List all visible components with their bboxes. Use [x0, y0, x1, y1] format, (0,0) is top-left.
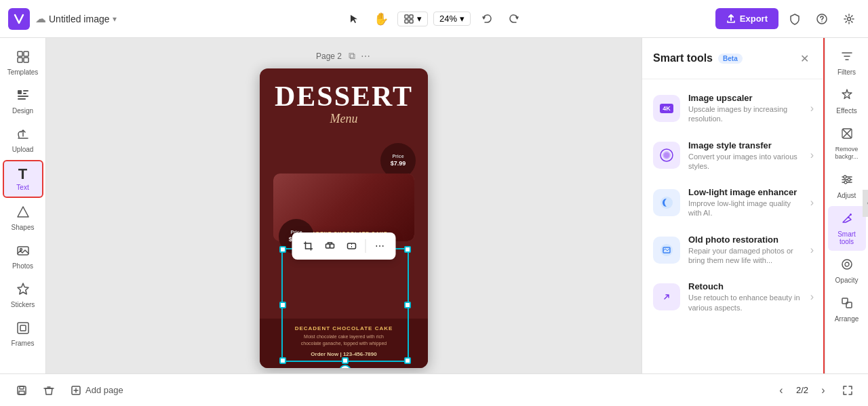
doc-title-area[interactable]: ☁ Untitled image ▾ [35, 12, 117, 25]
prev-page-button[interactable]: ‹ [772, 381, 791, 400]
smart-tools-panel: Smart tools Beta ✕ 4K Image upscaler Ups… [642, 38, 825, 373]
delete-button[interactable] [38, 380, 60, 401]
rs-item-smart-tools[interactable]: Smart tools [828, 206, 866, 251]
smart-tools-title: Smart tools [653, 52, 713, 64]
rs-item-adjust[interactable]: Adjust [828, 167, 866, 205]
image-upscaler-arrow: › [810, 102, 814, 115]
tool-item-image-upscaler[interactable]: 4K Image upscaler Upscale images by incr… [642, 85, 825, 132]
retouch-name: Retouch [688, 281, 802, 291]
export-button[interactable]: Export [715, 8, 778, 29]
sidebar-collapse[interactable]: ‹ [863, 190, 868, 217]
tool-item-retouch[interactable]: Retouch Use retouch to enhance beauty in… [642, 273, 825, 321]
shield-button[interactable] [784, 8, 806, 30]
photo-restoration-name: Old photo restoration [688, 235, 802, 245]
page-label-row: Page 2 ⧉ ⋯ [316, 49, 372, 63]
smart-tools-sidebar-label: Smart tools [831, 230, 863, 245]
photo-restoration-desc: Repair your damaged photos or bring them… [688, 246, 802, 266]
remove-bg-label: Remove backgr... [831, 146, 863, 161]
page-actions: ⧉ ⋯ [347, 49, 372, 63]
zoom-chevron-icon: ▾ [460, 14, 465, 24]
handle-ml[interactable] [279, 302, 286, 308]
svg-rect-39 [20, 386, 24, 389]
sidebar-item-stickers[interactable]: Stickers [3, 277, 43, 314]
page-copy-button[interactable]: ⧉ [347, 49, 357, 63]
svg-rect-18 [18, 323, 28, 333]
sidebar-item-shapes[interactable]: Shapes [3, 199, 43, 237]
rs-item-arrange[interactable]: Arrange [828, 291, 866, 328]
logo-button[interactable] [8, 8, 30, 30]
flip-button[interactable] [342, 237, 361, 256]
cake-desc: Moist chocolate cake layered with richch… [271, 333, 417, 347]
text-icon: T [18, 167, 27, 182]
doc-cloud-icon: ☁ [35, 12, 46, 25]
design-icon [16, 88, 31, 105]
toolbar-divider [366, 239, 366, 253]
rs-item-effects[interactable]: Effects [828, 83, 866, 120]
select-tool-button[interactable] [343, 8, 365, 30]
sidebar-item-upload[interactable]: Upload [3, 121, 43, 159]
svg-rect-20 [326, 244, 330, 248]
header-right: Export [530, 8, 860, 30]
adjust-label: Adjust [837, 192, 856, 199]
shapes-icon [16, 205, 31, 222]
dessert-title: DESSERT [260, 82, 428, 110]
style-transfer-arrow: › [810, 149, 814, 161]
svg-point-5 [821, 21, 822, 22]
sidebar-item-frames[interactable]: Frames [3, 315, 43, 352]
fit-button[interactable] [838, 381, 857, 400]
retouch-icon [653, 283, 680, 310]
arrange-label: Arrange [835, 315, 859, 323]
collapse-icon[interactable]: ‹ [863, 190, 868, 217]
settings-button[interactable] [838, 8, 860, 30]
page-more-button[interactable]: ⋯ [359, 49, 372, 63]
sidebar-item-templates[interactable]: Templates [3, 44, 43, 81]
smart-tools-close-button[interactable]: ✕ [795, 49, 814, 68]
price-value-1: $7.99 [391, 160, 406, 167]
tool-item-style-transfer[interactable]: Image style transfer Convert your images… [642, 132, 825, 180]
hand-tool-button[interactable]: ✋ [370, 8, 392, 30]
sidebar-item-text[interactable]: T Text [3, 160, 43, 198]
canvas-wrapper: DESSERT Menu Price $7.99 DECADENT CHOCOL… [260, 68, 428, 368]
crop-button[interactable] [299, 237, 318, 256]
svg-rect-16 [18, 247, 28, 255]
svg-rect-12 [23, 90, 28, 92]
sidebar-item-design[interactable]: Design [3, 83, 43, 120]
low-light-name: Low-light image enhancer [688, 187, 802, 197]
templates-label: Templates [7, 68, 39, 76]
page-label: Page 2 [316, 52, 342, 61]
rs-item-remove-bg[interactable]: Remove backgr... [828, 121, 866, 166]
retouch-desc: Use retouch to enhance beauty in various… [688, 293, 802, 312]
handle-mr[interactable] [404, 302, 411, 308]
main-area: Templates Design [0, 38, 868, 373]
undo-button[interactable] [476, 8, 498, 30]
shapes-label: Shapes [12, 224, 35, 231]
more-options-button[interactable]: ⋯ [370, 237, 389, 256]
dessert-title-area: DESSERT Menu [260, 68, 428, 126]
save-button[interactable] [11, 380, 33, 401]
grid-view-control[interactable]: ▾ [397, 12, 428, 26]
rs-item-opacity[interactable]: Opacity [828, 252, 866, 289]
svg-rect-15 [18, 98, 26, 100]
canvas-area: Page 2 ⧉ ⋯ DESSERT Menu Price $7.99 [46, 38, 642, 373]
grid-chevron-icon: ▾ [417, 14, 422, 24]
help-button[interactable] [811, 8, 833, 30]
next-page-button[interactable]: › [814, 381, 833, 400]
style-transfer-icon [653, 142, 680, 169]
zoom-control[interactable]: 24% ▾ [433, 12, 471, 26]
tool-item-photo-restoration[interactable]: Old photo restoration Repair your damage… [642, 226, 825, 274]
price-label-1: Price [392, 154, 403, 159]
svg-point-17 [20, 249, 22, 251]
add-page-button[interactable]: Add page [65, 382, 129, 399]
redo-button[interactable] [503, 8, 525, 30]
handle-tr[interactable] [404, 246, 411, 253]
svg-rect-8 [24, 52, 28, 56]
remove-bg-icon [840, 127, 854, 144]
rs-item-filters[interactable]: Filters [828, 44, 866, 81]
replace-button[interactable] [321, 237, 340, 256]
sidebar-item-photos[interactable]: Photos [3, 238, 43, 275]
low-light-info: Low-light image enhancer Improve low-lig… [688, 187, 802, 218]
page-nav: ‹ 2/2 › [772, 381, 857, 400]
tool-item-low-light[interactable]: Low-light image enhancer Improve low-lig… [642, 179, 825, 226]
svg-rect-10 [24, 58, 28, 62]
canvas-card[interactable]: DESSERT Menu Price $7.99 DECADENT CHOCOL… [260, 68, 428, 368]
